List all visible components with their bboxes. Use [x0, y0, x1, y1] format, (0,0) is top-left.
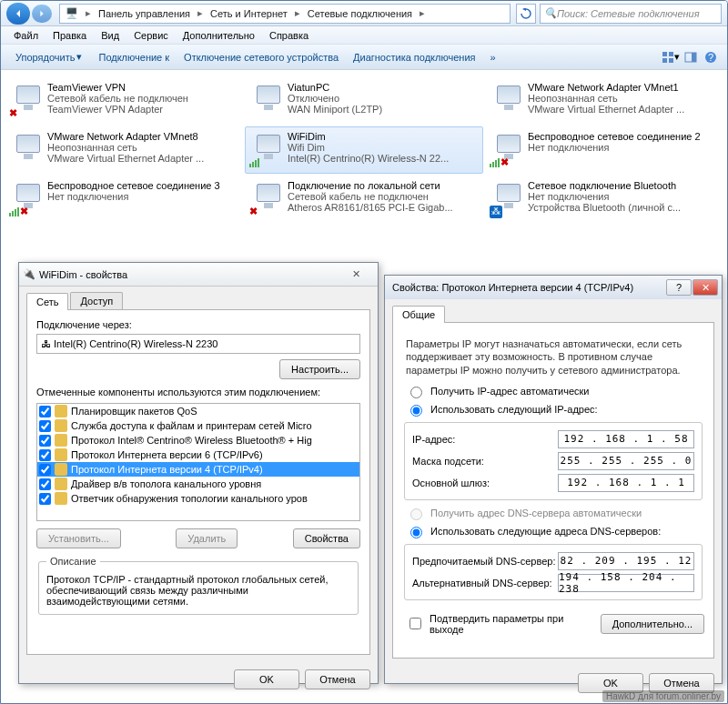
connection-icon: ✖: [490, 131, 528, 169]
ip-address-input[interactable]: 192 . 168 . 1 . 58: [558, 430, 694, 448]
menu-view[interactable]: Вид: [94, 28, 126, 43]
component-row[interactable]: Ответчик обнаружения топологии канальног…: [37, 491, 359, 506]
gateway-input[interactable]: 192 . 168 . 1 . 1: [558, 474, 694, 492]
ipv4-properties-dialog: Свойства: Протокол Интернета версии 4 (T…: [384, 275, 723, 684]
connection-item[interactable]: VMware Network Adapter VMnet8Неопознанна…: [5, 126, 243, 174]
dialog-titlebar[interactable]: Свойства: Протокол Интернета версии 4 (T…: [385, 276, 722, 299]
component-icon: [55, 405, 67, 417]
component-row[interactable]: Протокол Интернета версии 4 (TCP/IPv4): [37, 462, 359, 477]
connection-item[interactable]: ✖TeamViewer VPNСетевой кабель не подключ…: [5, 77, 243, 125]
description-box: Описание Протокол TCP/IP - стандартный п…: [38, 556, 359, 615]
connection-item[interactable]: VMware Network Adapter VMnet1Неопознанна…: [485, 77, 723, 125]
connection-icon: ⁂: [490, 180, 528, 218]
connection-name: Сетевое подключение Bluetooth: [528, 180, 719, 191]
tab-network[interactable]: Сеть: [26, 293, 68, 310]
component-icon: [55, 434, 67, 447]
adapter-name-box: 🖧 Intel(R) Centrino(R) Wireless-N 2230: [36, 334, 360, 354]
connection-device: TeamViewer VPN Adapter: [47, 104, 238, 115]
connection-status: Нет подключения: [528, 142, 719, 153]
component-checkbox[interactable]: [39, 420, 51, 432]
view-options-icon[interactable]: ▾: [662, 48, 680, 66]
component-row[interactable]: Драйвер в/в тополога канального уровня: [37, 477, 359, 491]
connection-item[interactable]: WiFiDimWifi DimIntel(R) Centrino(R) Wire…: [245, 126, 483, 174]
component-checkbox[interactable]: [39, 406, 51, 417]
component-row[interactable]: Планировщик пакетов QoS: [37, 404, 359, 418]
dns2-input[interactable]: 194 . 158 . 204 . 238: [558, 574, 694, 592]
breadcrumb-icon: 🖥️: [60, 7, 84, 19]
tool-diagnose[interactable]: Диагностика подключения: [346, 48, 482, 66]
remove-button[interactable]: Удалить: [176, 528, 238, 548]
connection-item[interactable]: ✖Беспроводное сетевое соединение 3Нет по…: [5, 176, 243, 223]
connection-item[interactable]: ViatunPCОтключеноWAN Miniport (L2TP): [245, 77, 483, 125]
dialog-titlebar[interactable]: 🔌 WiFiDim - свойства ✕: [19, 263, 378, 287]
tab-access[interactable]: Доступ: [70, 292, 123, 309]
preview-pane-icon[interactable]: [682, 48, 700, 66]
connection-name: Беспроводное сетевое соединение 2: [528, 131, 719, 142]
breadcrumb-root[interactable]: Панель управления: [93, 8, 196, 19]
dns1-input[interactable]: 82 . 209 . 195 . 12: [558, 552, 694, 570]
configure-button[interactable]: Настроить...: [279, 359, 360, 379]
breadcrumb[interactable]: 🖥️▸ Панель управления▸ Сеть и Интернет▸ …: [59, 4, 511, 24]
radio-auto-dns: Получить адрес DNS-сервера автоматически: [402, 504, 704, 522]
connection-item[interactable]: ✖Подключение по локальной сетиСетевой ка…: [245, 176, 483, 223]
menu-file[interactable]: Файл: [6, 28, 46, 43]
component-checkbox[interactable]: [39, 493, 51, 505]
component-row[interactable]: Протокол Intel® Centrino® Wireless Bluet…: [37, 433, 359, 448]
menu-service[interactable]: Сервис: [126, 28, 176, 43]
component-checkbox[interactable]: [39, 435, 51, 447]
forward-button[interactable]: [32, 5, 52, 23]
svg-rect-2: [662, 58, 667, 63]
cancel-button[interactable]: Отмена: [305, 669, 370, 689]
tool-organize[interactable]: Упорядочить ▾: [8, 47, 91, 66]
close-button[interactable]: ✕: [693, 279, 718, 296]
radio-auto-ip[interactable]: Получить IP-адрес автоматически: [402, 382, 704, 400]
component-icon: [55, 419, 67, 432]
radio-use-ip[interactable]: Использовать следующий IP-адрес:: [402, 400, 704, 418]
connection-item[interactable]: ✖Беспроводное сетевое соединение 2Нет по…: [485, 126, 723, 174]
component-checkbox[interactable]: [39, 449, 51, 461]
watermark: HawkD для forum.onliner.by: [602, 690, 724, 702]
component-label: Драйвер в/в тополога канального уровня: [71, 478, 261, 489]
properties-button[interactable]: Свойства: [293, 528, 360, 548]
component-checkbox[interactable]: [39, 464, 51, 476]
subnet-mask-input[interactable]: 255 . 255 . 255 . 0: [558, 452, 694, 470]
tool-more[interactable]: »: [483, 48, 503, 66]
components-list[interactable]: Планировщик пакетов QoSСлужба доступа к …: [36, 403, 360, 521]
connection-icon: ✖: [249, 180, 288, 218]
search-input[interactable]: 🔍 Поиск: Сетевые подключения: [540, 4, 722, 24]
connection-icon: [9, 131, 47, 169]
refresh-button[interactable]: [516, 4, 536, 24]
radio-use-dns[interactable]: Использовать следующие адреса DNS-сервер…: [402, 522, 704, 540]
back-button[interactable]: [6, 3, 30, 25]
component-label: Протокол Интернета версии 6 (TCP/IPv6): [71, 449, 263, 460]
svg-text:?: ?: [708, 52, 713, 63]
component-checkbox[interactable]: [39, 478, 51, 490]
search-placeholder: Поиск: Сетевые подключения: [557, 8, 700, 19]
component-row[interactable]: Протокол Интернета версии 6 (TCP/IPv6): [37, 448, 359, 462]
help-button[interactable]: ?: [666, 279, 692, 296]
tab-general[interactable]: Общие: [392, 306, 445, 323]
gateway-label: Основной шлюз:: [412, 478, 558, 488]
advanced-button[interactable]: Дополнительно...: [601, 614, 704, 634]
connection-item[interactable]: ⁂Сетевое подключение BluetoothНет подклю…: [485, 176, 723, 223]
description-text: Протокол TCP/IP - стандартный протокол г…: [46, 574, 350, 607]
menu-extra[interactable]: Дополнительно: [176, 28, 262, 43]
component-row[interactable]: Служба доступа к файлам и принтерам сете…: [37, 418, 359, 433]
confirm-checkbox-row[interactable]: Подтвердить параметры при выходе: [402, 608, 601, 640]
menu-edit[interactable]: Правка: [46, 28, 94, 43]
dns1-label: Предпочитаемый DNS-сервер:: [412, 556, 558, 567]
help-icon[interactable]: ?: [702, 48, 720, 66]
breadcrumb-leaf[interactable]: Сетевые подключения: [302, 8, 418, 19]
ok-button[interactable]: OK: [234, 669, 299, 689]
install-button[interactable]: Установить...: [36, 528, 121, 548]
connection-status: Отключено: [288, 93, 479, 104]
menu-help[interactable]: Справка: [262, 28, 316, 43]
ip-group: IP-адрес:192 . 168 . 1 . 58 Маска подсет…: [404, 422, 703, 500]
tool-disable[interactable]: Отключение сетевого устройства: [177, 48, 346, 66]
connection-device: VMware Virtual Ethernet Adapter ...: [47, 153, 238, 164]
close-icon[interactable]: ✕: [338, 267, 374, 283]
signal-icon: [490, 156, 500, 167]
connection-device: Intel(R) Centrino(R) Wireless-N 22...: [288, 153, 479, 164]
breadcrumb-sub[interactable]: Сеть и Интернет: [205, 8, 293, 19]
tool-connect[interactable]: Подключение к: [91, 48, 177, 66]
